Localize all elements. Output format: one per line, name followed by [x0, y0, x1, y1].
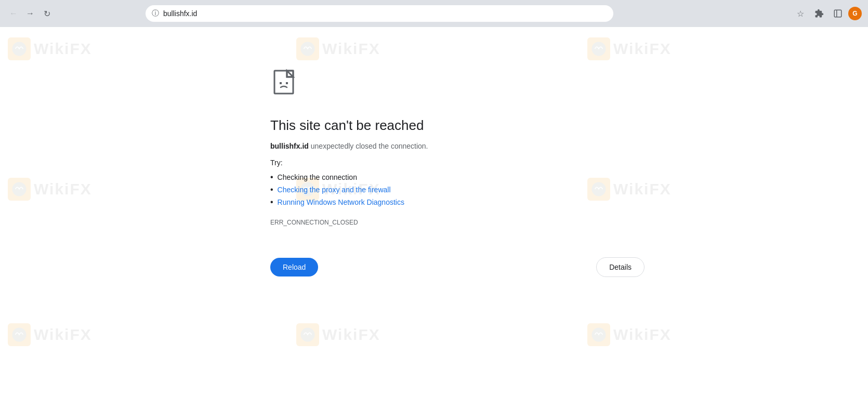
- error-domain: bullishfx.id: [270, 142, 309, 150]
- nav-buttons: ← → ↻: [6, 6, 54, 21]
- suggestion-proxy-link[interactable]: Checking the proxy and the firewall: [278, 186, 391, 194]
- reload-nav-button[interactable]: ↻: [40, 6, 54, 21]
- error-subtitle-rest: unexpectedly closed the connection.: [309, 142, 428, 150]
- extensions-button[interactable]: [811, 5, 827, 22]
- reload-button[interactable]: Reload: [270, 258, 318, 276]
- error-subtitle: bullishfx.id unexpectedly closed the con…: [270, 142, 428, 150]
- svg-rect-14: [286, 82, 288, 84]
- details-button[interactable]: Details: [596, 257, 645, 277]
- profile-avatar[interactable]: G: [848, 7, 862, 20]
- suggestion-text: Checking the connection: [278, 173, 357, 181]
- error-code: ERR_CONNECTION_CLOSED: [270, 219, 358, 226]
- url-display: bullishfx.id: [163, 9, 197, 18]
- forward-button[interactable]: →: [23, 6, 37, 21]
- suggestions-list: Checking the connection Checking the pro…: [270, 171, 404, 208]
- address-bar[interactable]: ⓘ bullishfx.id: [146, 5, 613, 22]
- back-button[interactable]: ←: [6, 6, 21, 21]
- suggestion-diagnostics-link[interactable]: Running Windows Network Diagnostics: [278, 198, 404, 206]
- suggestion-proxy[interactable]: Checking the proxy and the firewall: [270, 183, 404, 196]
- buttons-row: Reload Details: [270, 257, 645, 277]
- error-icon: [270, 69, 301, 102]
- bookmark-button[interactable]: ☆: [792, 5, 809, 22]
- sidebar-button[interactable]: [830, 5, 846, 22]
- toolbar-right: ☆ G: [792, 5, 862, 22]
- suggestion-connection: Checking the connection: [270, 171, 404, 183]
- browser-chrome: ← → ↻ ⓘ bullishfx.id ☆ G: [0, 0, 868, 27]
- error-title: This site can't be reached: [270, 117, 424, 134]
- page-content: WikiFX WikiFX WikiFX WikiFX WikiFX: [0, 27, 868, 395]
- svg-rect-0: [834, 10, 841, 17]
- suggestion-diagnostics[interactable]: Running Windows Network Diagnostics: [270, 196, 404, 208]
- svg-rect-13: [280, 82, 282, 84]
- security-icon: ⓘ: [152, 9, 159, 18]
- try-label: Try:: [270, 159, 283, 167]
- error-container: This site can't be reached bullishfx.id …: [0, 27, 868, 395]
